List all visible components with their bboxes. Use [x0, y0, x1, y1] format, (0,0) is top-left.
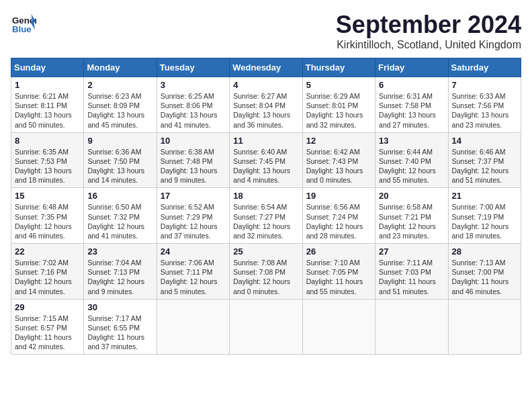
- calendar-cell: 28Sunrise: 7:13 AMSunset: 7:00 PMDayligh…: [448, 244, 521, 300]
- day-number: 21: [452, 191, 517, 201]
- calendar-cell: 22Sunrise: 7:02 AMSunset: 7:16 PMDayligh…: [11, 244, 84, 300]
- calendar-week-3: 15Sunrise: 6:48 AMSunset: 7:35 PMDayligh…: [11, 188, 521, 244]
- calendar-cell: 10Sunrise: 6:38 AMSunset: 7:48 PMDayligh…: [157, 132, 229, 188]
- day-number: 19: [306, 191, 371, 201]
- day-number: 8: [15, 136, 80, 146]
- day-detail: Sunrise: 6:33 AMSunset: 7:56 PMDaylight:…: [452, 91, 517, 130]
- calendar-cell: 11Sunrise: 6:40 AMSunset: 7:45 PMDayligh…: [230, 132, 302, 188]
- day-number: 27: [379, 246, 444, 257]
- day-detail: Sunrise: 7:10 AMSunset: 7:05 PMDaylight:…: [306, 258, 371, 296]
- day-detail: Sunrise: 6:35 AMSunset: 7:53 PMDaylight:…: [15, 147, 80, 185]
- day-number: 20: [379, 191, 444, 201]
- calendar-cell: 30Sunrise: 7:17 AMSunset: 6:55 PMDayligh…: [84, 299, 157, 355]
- logo-icon: General Blue: [11, 11, 36, 36]
- calendar-cell: 29Sunrise: 7:15 AMSunset: 6:57 PMDayligh…: [11, 299, 84, 355]
- calendar-cell: 18Sunrise: 6:54 AMSunset: 7:27 PMDayligh…: [230, 188, 302, 244]
- calendar-cell: 23Sunrise: 7:04 AMSunset: 7:13 PMDayligh…: [84, 244, 157, 300]
- day-detail: Sunrise: 7:15 AMSunset: 6:57 PMDaylight:…: [15, 314, 80, 352]
- day-detail: Sunrise: 6:21 AMSunset: 8:11 PMDaylight:…: [15, 91, 80, 130]
- header-sunday: Sunday: [11, 58, 84, 77]
- calendar-cell: 9Sunrise: 6:36 AMSunset: 7:50 PMDaylight…: [84, 132, 157, 188]
- day-detail: Sunrise: 6:23 AMSunset: 8:09 PMDaylight:…: [87, 91, 152, 130]
- day-number: 11: [233, 136, 298, 146]
- calendar-cell: 19Sunrise: 6:56 AMSunset: 7:24 PMDayligh…: [302, 188, 375, 244]
- day-detail: Sunrise: 6:52 AMSunset: 7:29 PMDaylight:…: [161, 202, 226, 240]
- day-number: 4: [233, 80, 298, 90]
- day-number: 7: [452, 80, 517, 90]
- page-header: General Blue September 2024 Kirkintilloc…: [11, 11, 521, 51]
- day-number: 12: [306, 136, 371, 146]
- day-detail: Sunrise: 6:38 AMSunset: 7:48 PMDaylight:…: [161, 147, 226, 185]
- calendar-cell: 24Sunrise: 7:06 AMSunset: 7:11 PMDayligh…: [157, 244, 229, 300]
- day-detail: Sunrise: 6:50 AMSunset: 7:32 PMDaylight:…: [87, 202, 152, 240]
- calendar-cell: 4Sunrise: 6:27 AMSunset: 8:04 PMDaylight…: [230, 77, 302, 133]
- header-friday: Friday: [375, 58, 448, 77]
- calendar-cell: 1Sunrise: 6:21 AMSunset: 8:11 PMDaylight…: [11, 77, 84, 133]
- header-tuesday: Tuesday: [157, 58, 229, 77]
- title-area: September 2024 Kirkintilloch, Scotland, …: [336, 11, 521, 51]
- day-number: 26: [306, 246, 371, 257]
- header-monday: Monday: [84, 58, 157, 77]
- header-wednesday: Wednesday: [230, 58, 302, 77]
- header-saturday: Saturday: [448, 58, 521, 77]
- day-number: 13: [379, 136, 444, 146]
- calendar-cell: 5Sunrise: 6:29 AMSunset: 8:01 PMDaylight…: [302, 77, 375, 133]
- day-detail: Sunrise: 6:25 AMSunset: 8:06 PMDaylight:…: [161, 91, 226, 130]
- day-number: 3: [161, 80, 226, 90]
- day-number: 18: [233, 191, 298, 201]
- calendar-cell: 15Sunrise: 6:48 AMSunset: 7:35 PMDayligh…: [11, 188, 84, 244]
- day-number: 16: [87, 191, 152, 201]
- day-detail: Sunrise: 6:29 AMSunset: 8:01 PMDaylight:…: [306, 91, 371, 130]
- calendar-cell: [302, 299, 375, 355]
- day-number: 2: [87, 80, 152, 90]
- day-detail: Sunrise: 7:13 AMSunset: 7:00 PMDaylight:…: [452, 258, 517, 296]
- day-number: 6: [379, 80, 444, 90]
- day-detail: Sunrise: 6:54 AMSunset: 7:27 PMDaylight:…: [233, 202, 298, 240]
- day-detail: Sunrise: 7:02 AMSunset: 7:16 PMDaylight:…: [15, 258, 80, 296]
- day-detail: Sunrise: 6:40 AMSunset: 7:45 PMDaylight:…: [233, 147, 298, 185]
- logo: General Blue: [11, 11, 36, 36]
- day-detail: Sunrise: 6:58 AMSunset: 7:21 PMDaylight:…: [379, 202, 444, 240]
- day-detail: Sunrise: 6:42 AMSunset: 7:43 PMDaylight:…: [306, 147, 371, 185]
- day-number: 17: [161, 191, 226, 201]
- calendar-week-4: 22Sunrise: 7:02 AMSunset: 7:16 PMDayligh…: [11, 244, 521, 300]
- calendar-week-5: 29Sunrise: 7:15 AMSunset: 6:57 PMDayligh…: [11, 299, 521, 355]
- day-number: 10: [161, 136, 226, 146]
- calendar-cell: 27Sunrise: 7:11 AMSunset: 7:03 PMDayligh…: [375, 244, 448, 300]
- month-title: September 2024: [336, 11, 521, 39]
- day-detail: Sunrise: 7:17 AMSunset: 6:55 PMDaylight:…: [87, 314, 152, 352]
- day-detail: Sunrise: 6:46 AMSunset: 7:37 PMDaylight:…: [452, 147, 517, 185]
- calendar-week-1: 1Sunrise: 6:21 AMSunset: 8:11 PMDaylight…: [11, 77, 521, 133]
- day-number: 14: [452, 136, 517, 146]
- calendar-cell: 7Sunrise: 6:33 AMSunset: 7:56 PMDaylight…: [448, 77, 521, 133]
- calendar-cell: [230, 299, 302, 355]
- day-number: 29: [15, 302, 80, 312]
- day-detail: Sunrise: 7:00 AMSunset: 7:19 PMDaylight:…: [452, 202, 517, 240]
- day-number: 9: [87, 136, 152, 146]
- day-detail: Sunrise: 6:48 AMSunset: 7:35 PMDaylight:…: [15, 202, 80, 240]
- calendar-cell: 8Sunrise: 6:35 AMSunset: 7:53 PMDaylight…: [11, 132, 84, 188]
- calendar-cell: [375, 299, 448, 355]
- calendar-cell: 25Sunrise: 7:08 AMSunset: 7:08 PMDayligh…: [230, 244, 302, 300]
- day-number: 24: [161, 246, 226, 257]
- svg-text:Blue: Blue: [12, 24, 32, 34]
- calendar-cell: 14Sunrise: 6:46 AMSunset: 7:37 PMDayligh…: [448, 132, 521, 188]
- calendar-header-row: SundayMondayTuesdayWednesdayThursdayFrid…: [11, 58, 521, 77]
- calendar-cell: 6Sunrise: 6:31 AMSunset: 7:58 PMDaylight…: [375, 77, 448, 133]
- location-subtitle: Kirkintilloch, Scotland, United Kingdom: [336, 39, 521, 51]
- calendar-cell: 2Sunrise: 6:23 AMSunset: 8:09 PMDaylight…: [84, 77, 157, 133]
- day-detail: Sunrise: 7:08 AMSunset: 7:08 PMDaylight:…: [233, 258, 298, 296]
- calendar-cell: [157, 299, 229, 355]
- day-number: 22: [15, 246, 80, 257]
- calendar-cell: 13Sunrise: 6:44 AMSunset: 7:40 PMDayligh…: [375, 132, 448, 188]
- calendar-cell: 3Sunrise: 6:25 AMSunset: 8:06 PMDaylight…: [157, 77, 229, 133]
- day-detail: Sunrise: 6:56 AMSunset: 7:24 PMDaylight:…: [306, 202, 371, 240]
- calendar-cell: 16Sunrise: 6:50 AMSunset: 7:32 PMDayligh…: [84, 188, 157, 244]
- day-detail: Sunrise: 7:11 AMSunset: 7:03 PMDaylight:…: [379, 258, 444, 296]
- day-detail: Sunrise: 7:06 AMSunset: 7:11 PMDaylight:…: [161, 258, 226, 296]
- day-number: 15: [15, 191, 80, 201]
- day-detail: Sunrise: 6:44 AMSunset: 7:40 PMDaylight:…: [379, 147, 444, 185]
- day-detail: Sunrise: 6:36 AMSunset: 7:50 PMDaylight:…: [87, 147, 152, 185]
- day-number: 5: [306, 80, 371, 90]
- calendar-cell: 12Sunrise: 6:42 AMSunset: 7:43 PMDayligh…: [302, 132, 375, 188]
